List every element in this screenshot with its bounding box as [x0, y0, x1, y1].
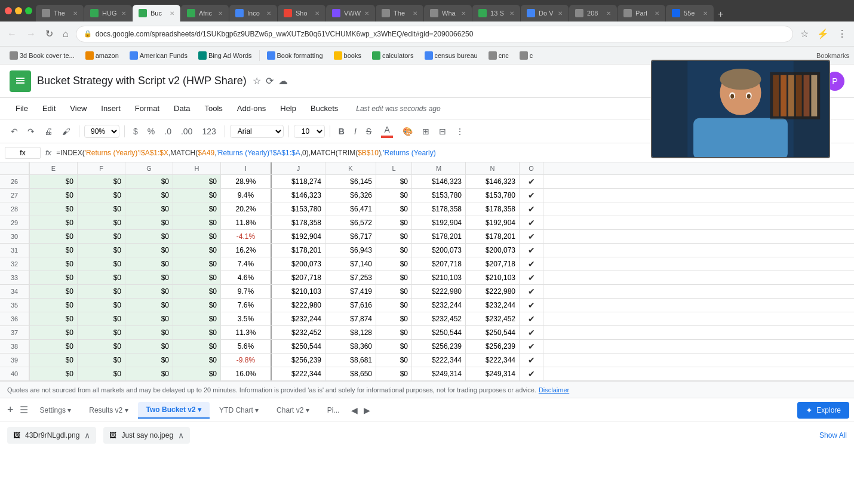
cell-h-34[interactable]: $0 — [173, 285, 221, 298]
bookmark-3d-book[interactable]: 3d Book cover te... — [5, 50, 79, 62]
cell-o-37[interactable]: ✔ — [520, 326, 543, 339]
browser-tab-tab8[interactable]: The✕ — [376, 5, 423, 21]
new-tab-button[interactable]: + — [714, 7, 727, 21]
sheet-list-button[interactable]: ☰ — [17, 402, 30, 418]
cell-k-37[interactable]: $8,128 — [325, 326, 376, 339]
cell-l-33[interactable]: $0 — [376, 271, 412, 284]
cell-h-36[interactable]: $0 — [173, 312, 221, 325]
cell-g-29[interactable]: $0 — [125, 216, 173, 229]
browser-tab-tab5[interactable]: Inco✕ — [229, 5, 277, 21]
cell-l-40[interactable]: $0 — [376, 367, 412, 380]
currency-button[interactable]: $ — [130, 124, 142, 139]
cell-g-38[interactable]: $0 — [125, 340, 173, 353]
col-header-g[interactable]: G — [125, 162, 173, 174]
cell-n-39[interactable]: $222,344 — [466, 354, 520, 367]
cell-j-28[interactable]: $153,780 — [272, 202, 325, 216]
cell-f-29[interactable]: $0 — [78, 216, 125, 229]
cell-k-35[interactable]: $7,616 — [325, 299, 376, 312]
show-all-button[interactable]: Show All — [819, 431, 847, 440]
cell-j-38[interactable]: $250,544 — [272, 340, 325, 353]
cell-i-38[interactable]: 5.6% — [221, 340, 272, 353]
text-color-button[interactable]: A — [377, 122, 397, 140]
cell-h-30[interactable]: $0 — [173, 230, 221, 243]
bookmark-cnc[interactable]: cnc — [484, 50, 514, 62]
merge-button[interactable]: ⊟ — [435, 124, 450, 139]
cell-l-29[interactable]: $0 — [376, 216, 412, 229]
cell-o-34[interactable]: ✔ — [520, 285, 543, 298]
bold-button[interactable]: B — [335, 124, 348, 139]
cell-e-29[interactable]: $0 — [30, 216, 78, 229]
cell-i-40[interactable]: 16.0% — [221, 367, 272, 380]
tab-close-icon[interactable]: ✕ — [218, 10, 223, 17]
tab-close-icon[interactable]: ✕ — [413, 10, 417, 17]
more-button[interactable]: ⋮ — [452, 124, 468, 139]
browser-tab-tab4[interactable]: Afric✕ — [181, 5, 229, 21]
cell-k-33[interactable]: $7,253 — [325, 271, 376, 284]
address-bar[interactable]: 🔒 docs.google.com/spreadsheets/d/1SUKbgp… — [76, 26, 793, 42]
cell-m-34[interactable]: $222,980 — [412, 285, 466, 298]
cell-j-33[interactable]: $207,718 — [272, 271, 325, 284]
cell-g-35[interactable]: $0 — [125, 299, 173, 312]
download-expand-1[interactable]: ∧ — [84, 431, 90, 440]
cell-k-28[interactable]: $6,471 — [325, 202, 376, 216]
cell-g-34[interactable]: $0 — [125, 285, 173, 298]
cell-o-26[interactable]: ✔ — [520, 175, 543, 188]
cell-n-33[interactable]: $210,103 — [466, 271, 520, 284]
fill-color-button[interactable]: 🎨 — [399, 124, 416, 139]
cell-m-36[interactable]: $232,452 — [412, 312, 466, 325]
cell-reference[interactable]: fx — [5, 147, 41, 159]
cell-l-27[interactable]: $0 — [376, 189, 412, 202]
cell-f-27[interactable]: $0 — [78, 189, 125, 202]
cell-l-34[interactable]: $0 — [376, 285, 412, 298]
col-header-e[interactable]: E — [30, 162, 78, 174]
col-header-o[interactable]: O — [520, 162, 543, 174]
increase-decimal-button[interactable]: .00 — [177, 124, 196, 139]
cell-f-26[interactable]: $0 — [78, 175, 125, 188]
cell-o-35[interactable]: ✔ — [520, 299, 543, 312]
percent-button[interactable]: % — [144, 124, 158, 139]
cell-g-26[interactable]: $0 — [125, 175, 173, 188]
cell-o-33[interactable]: ✔ — [520, 271, 543, 284]
download-expand-2[interactable]: ∧ — [178, 431, 184, 440]
tab-close-icon[interactable]: ✕ — [121, 10, 126, 17]
cell-h-28[interactable]: $0 — [173, 202, 221, 216]
cell-f-30[interactable]: $0 — [78, 230, 125, 243]
cell-m-32[interactable]: $207,718 — [412, 257, 466, 271]
cell-m-28[interactable]: $178,358 — [412, 202, 466, 216]
cell-m-30[interactable]: $178,201 — [412, 230, 466, 243]
sheet-prev-button[interactable]: ◀ — [349, 403, 360, 417]
cell-e-32[interactable]: $0 — [30, 257, 78, 271]
cell-l-37[interactable]: $0 — [376, 326, 412, 339]
cell-j-39[interactable]: $256,239 — [272, 354, 325, 367]
cell-m-27[interactable]: $153,780 — [412, 189, 466, 202]
cell-j-27[interactable]: $146,323 — [272, 189, 325, 202]
cell-g-32[interactable]: $0 — [125, 257, 173, 271]
cell-i-31[interactable]: 16.2% — [221, 244, 272, 257]
tab-close-icon[interactable]: ✕ — [606, 10, 611, 17]
cell-f-34[interactable]: $0 — [78, 285, 125, 298]
menu-data[interactable]: Data — [168, 102, 196, 115]
zoom-select[interactable]: 90% — [84, 125, 119, 138]
cell-j-30[interactable]: $192,904 — [272, 230, 325, 243]
decrease-decimal-button[interactable]: .0 — [161, 124, 175, 139]
format-123-button[interactable]: 123 — [198, 124, 219, 139]
tab-close-icon[interactable]: ✕ — [703, 10, 708, 17]
cell-f-39[interactable]: $0 — [78, 354, 125, 367]
home-button[interactable]: ⌂ — [60, 26, 71, 42]
cell-g-37[interactable]: $0 — [125, 326, 173, 339]
tab-close-icon[interactable]: ✕ — [266, 10, 271, 17]
cell-h-37[interactable]: $0 — [173, 326, 221, 339]
cell-f-36[interactable]: $0 — [78, 312, 125, 325]
strikethrough-button[interactable]: S — [363, 124, 375, 139]
cell-m-33[interactable]: $210,103 — [412, 271, 466, 284]
cell-l-35[interactable]: $0 — [376, 299, 412, 312]
cell-j-26[interactable]: $118,274 — [272, 175, 325, 188]
cell-m-31[interactable]: $200,073 — [412, 244, 466, 257]
cell-o-31[interactable]: ✔ — [520, 244, 543, 257]
menu-icon[interactable]: ⋮ — [835, 27, 849, 41]
tab-close-icon[interactable]: ✕ — [364, 10, 369, 17]
cell-h-40[interactable]: $0 — [173, 367, 221, 380]
menu-tools[interactable]: Tools — [198, 102, 228, 115]
cell-l-26[interactable]: $0 — [376, 175, 412, 188]
cell-o-36[interactable]: ✔ — [520, 312, 543, 325]
